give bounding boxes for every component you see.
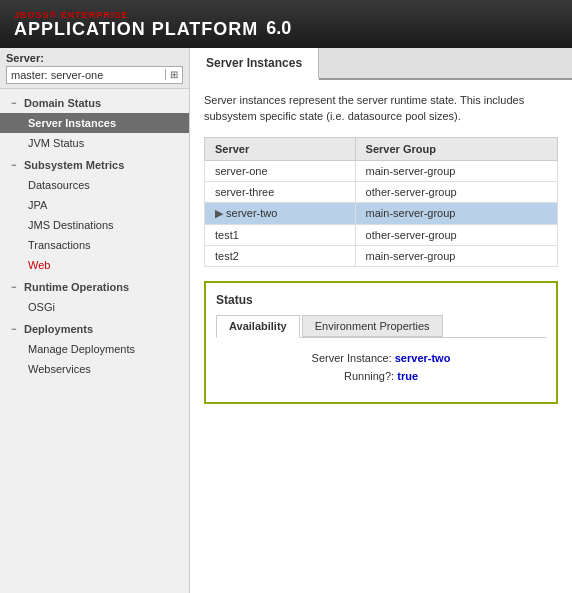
brand-main: Application Platform — [14, 20, 258, 40]
status-instance-label: Server Instance: — [312, 352, 392, 364]
cell-server: test2 — [205, 245, 356, 266]
instances-table: Server Server Group server-onemain-serve… — [204, 137, 558, 267]
sidebar-item-web[interactable]: Web — [0, 255, 189, 275]
expand-icon-runtime-operations: − — [8, 281, 20, 293]
sidebar-item-transactions[interactable]: Transactions — [0, 235, 189, 255]
sidebar-nav: − Domain Status Server Instances JVM Sta… — [0, 89, 189, 593]
nav-section-label-deployments: Deployments — [24, 323, 93, 335]
sidebar-item-manage-deployments[interactable]: Manage Deployments — [0, 339, 189, 359]
cell-server-group: main-server-group — [355, 160, 557, 181]
nav-section-header-runtime-operations[interactable]: − Runtime Operations — [0, 277, 189, 297]
nav-section-subsystem-metrics: − Subsystem Metrics Datasources JPA JMS … — [0, 155, 189, 275]
nav-section-label-runtime-operations: Runtime Operations — [24, 281, 129, 293]
sidebar-item-datasources[interactable]: Datasources — [0, 175, 189, 195]
version-label: 6.0 — [266, 18, 291, 39]
brand-logo: JBoss® Enterprise Application Platform — [14, 10, 258, 40]
sidebar-item-webservices[interactable]: Webservices — [0, 359, 189, 379]
nav-section-header-domain-status[interactable]: − Domain Status — [0, 93, 189, 113]
server-selector: Server: master: server-one ⊞ — [0, 48, 189, 89]
server-label: Server: — [6, 52, 183, 64]
cell-server-group: main-server-group — [355, 202, 557, 224]
server-dropdown-value: master: server-one — [11, 69, 103, 81]
cell-server: server-three — [205, 181, 356, 202]
main-layout: Server: master: server-one ⊞ − Domain St… — [0, 48, 572, 593]
nav-section-header-subsystem-metrics[interactable]: − Subsystem Metrics — [0, 155, 189, 175]
status-running-row: Running?: true — [226, 370, 536, 382]
table-row[interactable]: server-onemain-server-group — [205, 160, 558, 181]
status-instance-value: server-two — [395, 352, 451, 364]
col-header-server: Server — [205, 137, 356, 160]
status-title: Status — [216, 293, 546, 307]
app-header: JBoss® Enterprise Application Platform 6… — [0, 0, 572, 48]
nav-section-label-domain-status: Domain Status — [24, 97, 101, 109]
sidebar-item-server-instances[interactable]: Server Instances — [0, 113, 189, 133]
expand-icon-subsystem-metrics: − — [8, 159, 20, 171]
table-row[interactable]: server-threeother-server-group — [205, 181, 558, 202]
status-tab-environment-properties[interactable]: Environment Properties — [302, 315, 443, 337]
status-instance-row: Server Instance: server-two — [226, 352, 536, 364]
nav-section-label-subsystem-metrics: Subsystem Metrics — [24, 159, 124, 171]
content-area: Server Instances Server instances repres… — [190, 48, 572, 593]
sidebar: Server: master: server-one ⊞ − Domain St… — [0, 48, 190, 593]
cell-server-group: other-server-group — [355, 181, 557, 202]
nav-section-runtime-operations: − Runtime Operations OSGi — [0, 277, 189, 317]
nav-section-header-deployments[interactable]: − Deployments — [0, 319, 189, 339]
content-tab-bar: Server Instances — [190, 48, 572, 80]
content-body: Server instances represent the server ru… — [190, 80, 572, 593]
nav-section-deployments: − Deployments Manage Deployments Webserv… — [0, 319, 189, 379]
cell-server-group: main-server-group — [355, 245, 557, 266]
cell-server: test1 — [205, 224, 356, 245]
table-row[interactable]: server-twomain-server-group — [205, 202, 558, 224]
nav-section-domain-status: − Domain Status Server Instances JVM Sta… — [0, 93, 189, 153]
tab-server-instances[interactable]: Server Instances — [190, 48, 319, 80]
status-running-label: Running?: — [344, 370, 394, 382]
status-tab-availability[interactable]: Availability — [216, 315, 300, 338]
sidebar-item-osgi[interactable]: OSGi — [0, 297, 189, 317]
sidebar-item-jms-destinations[interactable]: JMS Destinations — [0, 215, 189, 235]
cell-server: server-one — [205, 160, 356, 181]
table-row[interactable]: test2main-server-group — [205, 245, 558, 266]
expand-icon-domain-status: − — [8, 97, 20, 109]
content-description: Server instances represent the server ru… — [204, 92, 558, 125]
cell-server-group: other-server-group — [355, 224, 557, 245]
status-content: Server Instance: server-two Running?: tr… — [216, 348, 546, 392]
status-tabs: Availability Environment Properties — [216, 315, 546, 338]
sidebar-item-jvm-status[interactable]: JVM Status — [0, 133, 189, 153]
server-dropdown[interactable]: master: server-one ⊞ — [6, 66, 183, 84]
sidebar-item-jpa[interactable]: JPA — [0, 195, 189, 215]
table-row[interactable]: test1other-server-group — [205, 224, 558, 245]
instances-tbody: server-onemain-server-groupserver-threeo… — [205, 160, 558, 266]
status-panel: Status Availability Environment Properti… — [204, 281, 558, 404]
expand-icon-deployments: − — [8, 323, 20, 335]
dropdown-icon: ⊞ — [165, 69, 178, 80]
status-running-value: true — [397, 370, 418, 382]
cell-server: server-two — [205, 202, 356, 224]
col-header-server-group: Server Group — [355, 137, 557, 160]
